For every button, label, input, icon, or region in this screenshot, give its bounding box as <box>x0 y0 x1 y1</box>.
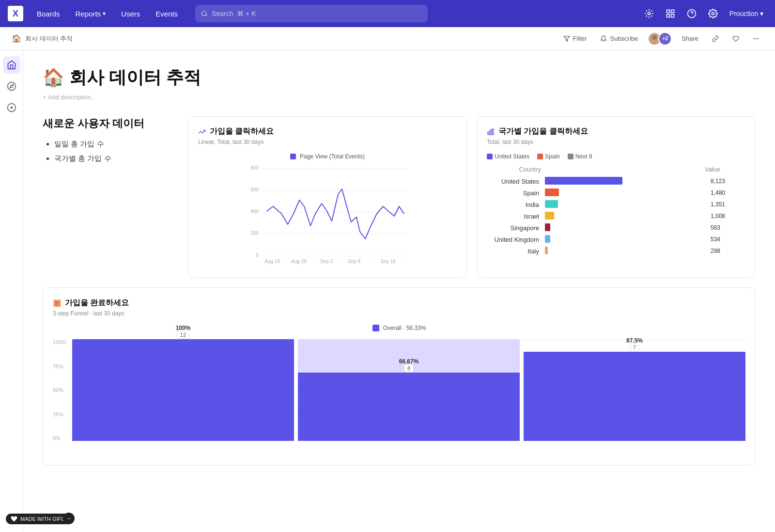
intro-section: 새로운 사용자 데이터 일일 총 가입 수 국가별 총 가입 수 <box>43 116 178 278</box>
subscribe-icon <box>600 35 607 42</box>
funnel-bars: 100%12 66.67%8 <box>72 339 745 441</box>
svg-rect-5 <box>671 15 674 17</box>
breadcrumb-text: 회사 데이터 추적 <box>25 34 73 43</box>
boards-nav-item[interactable]: Boards <box>31 7 66 21</box>
bar-icon <box>487 128 495 136</box>
list-item: 국가별 총 가입 수 <box>54 151 178 166</box>
svg-point-12 <box>758 38 759 39</box>
funnel-icon: ▣ <box>53 297 61 308</box>
line-chart-title: 가입을 클릭하세요 <box>198 126 457 137</box>
svg-point-13 <box>754 38 754 39</box>
sidebar-add-icon[interactable] <box>3 99 20 116</box>
subscribe-button[interactable]: Subscribe <box>596 33 642 44</box>
breadcrumb-actions: Filter Subscribe +2 Share <box>559 32 763 46</box>
sidebar-compass-icon[interactable] <box>3 78 20 95</box>
trend-icon <box>198 128 206 136</box>
country-table: United States 8,123 Spain 1,480 India 1,… <box>487 177 745 255</box>
svg-rect-35 <box>490 130 492 135</box>
search-bar[interactable] <box>195 5 428 22</box>
country-row: Spain 1,480 <box>487 188 745 197</box>
filter-button[interactable]: Filter <box>559 33 591 44</box>
favorite-button[interactable] <box>728 33 743 44</box>
legend-color-dot <box>290 154 296 159</box>
avatar-group: +2 <box>648 32 672 46</box>
funnel-title: ▣ 가입을 완료하세요 <box>53 297 745 308</box>
svg-text:200: 200 <box>250 231 259 236</box>
search-input[interactable] <box>212 10 422 17</box>
country-row: Israel 1,008 <box>487 212 745 220</box>
topnav-right-actions: Prouction ▾ <box>640 5 767 22</box>
more-icon <box>753 35 760 42</box>
legend-spain-dot <box>537 154 543 159</box>
top-navigation: X Boards Reports ▾ Users Events <box>0 0 775 27</box>
funnel-chart-area: 100% 75% 50% 25% 0% <box>53 339 745 455</box>
help-icon[interactable] <box>683 5 700 22</box>
title-icon: 🏠 <box>43 67 64 87</box>
line-chart-legend: Page View (Total Events) <box>198 153 457 160</box>
breadcrumb-icon: 🏠 <box>12 34 21 43</box>
breadcrumb-bar: 🏠 회사 데이터 추적 Filter Subscribe +2 Share <box>0 27 775 50</box>
country-row: Singapore 563 <box>487 223 745 232</box>
link-icon <box>712 35 719 42</box>
filter-icon <box>563 35 570 42</box>
funnel-step-2: 66.67%8 <box>298 339 520 441</box>
svg-rect-34 <box>488 132 489 135</box>
funnel-chart-card: ▣ 가입을 완료하세요 3-step Funnel · last 30 days… <box>43 287 756 466</box>
line-chart-svg: 800 600 400 200 0 Aug 19 Aug 26 Sep 2 Se… <box>198 164 457 266</box>
users-nav-item[interactable]: Users <box>115 7 146 21</box>
country-chart-sub: Total, last 30 days <box>487 139 745 145</box>
svg-point-10 <box>651 40 659 45</box>
sidebar <box>0 50 23 532</box>
add-description-button[interactable]: + Add description... <box>43 94 756 101</box>
workspace-selector[interactable]: Prouction ▾ <box>726 8 767 19</box>
notifications-icon[interactable] <box>640 5 658 22</box>
reports-nav-item[interactable]: Reports ▾ <box>70 7 112 21</box>
funnel-legend-dot <box>372 325 379 331</box>
svg-point-7 <box>712 13 714 15</box>
grid-icon[interactable] <box>662 5 679 22</box>
funnel-sub: 3-step Funnel · last 30 days <box>53 310 745 317</box>
workspace-chevron-icon: ▾ <box>760 10 763 17</box>
svg-rect-4 <box>666 15 669 17</box>
funnel-step-1: 100%12 <box>72 339 294 441</box>
section-list: 일일 총 가입 수 국가별 총 가입 수 <box>43 137 178 166</box>
funnel-step-3: 87.5%7 <box>524 339 745 441</box>
main-content: 🏠 회사 데이터 추적 + Add description... 새로운 사용자… <box>23 50 775 532</box>
svg-point-1 <box>648 13 650 15</box>
line-chart-sub: Linear, Total, last 30 days <box>198 139 457 145</box>
svg-text:Aug 19: Aug 19 <box>264 259 280 264</box>
logo: X <box>8 6 23 21</box>
gifox-arrow-button[interactable]: → <box>63 513 75 524</box>
search-icon <box>201 10 208 17</box>
country-chart-card: 국가별 가입을 클릭하세요 Total, last 30 days United… <box>477 116 756 278</box>
svg-text:Sep 2: Sep 2 <box>320 259 333 264</box>
legend-item-spain: Spain <box>537 153 560 160</box>
funnel-y-axis: 100% 75% 50% 25% 0% <box>53 339 66 441</box>
svg-rect-3 <box>671 10 674 13</box>
svg-point-9 <box>652 35 657 40</box>
country-row: India 1,351 <box>487 200 745 209</box>
settings-icon[interactable] <box>704 5 722 22</box>
more-options-button[interactable] <box>749 33 763 44</box>
heart-icon <box>732 35 739 42</box>
events-nav-item[interactable]: Events <box>150 7 184 21</box>
share-button[interactable]: Share <box>678 33 702 44</box>
svg-text:Sep 16: Sep 16 <box>380 259 396 264</box>
legend-next9-dot <box>568 154 574 159</box>
section-heading: 새로운 사용자 데이터 <box>43 116 178 131</box>
page-title: 🏠 회사 데이터 추적 <box>43 66 756 90</box>
app-body: 🏠 회사 데이터 추적 + Add description... 새로운 사용자… <box>0 50 775 532</box>
link-icon-button[interactable] <box>708 33 723 44</box>
legend-item-us: United States <box>487 153 529 160</box>
funnel-legend: Overall · 58.33% <box>53 325 745 331</box>
svg-rect-36 <box>492 129 494 135</box>
country-legend: United States Spain Next 9 <box>487 153 745 160</box>
country-table-header: Country Value <box>487 166 745 173</box>
country-row: Italy 298 <box>487 247 745 255</box>
line-chart-card: 가입을 클릭하세요 Linear, Total, last 30 days Pa… <box>188 116 467 278</box>
reports-chevron-icon: ▾ <box>103 10 106 17</box>
legend-us-dot <box>487 154 493 159</box>
svg-text:600: 600 <box>250 187 259 192</box>
sidebar-home-icon[interactable] <box>3 56 20 74</box>
country-chart-title: 국가별 가입을 클릭하세요 <box>487 126 745 137</box>
